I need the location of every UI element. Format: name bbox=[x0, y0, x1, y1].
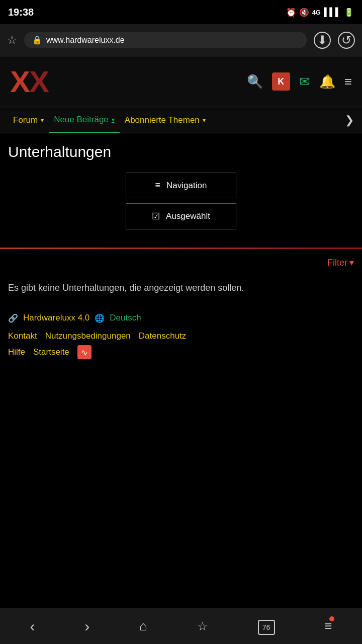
footer-link-datenschutz[interactable]: Datenschutz bbox=[139, 331, 187, 341]
mail-icon[interactable]: ✉ bbox=[299, 74, 310, 90]
footer-links-row2: Kontakt Nutzungsbedingungen Datenschutz bbox=[8, 331, 354, 341]
nav-chevron-icon[interactable]: ❯ bbox=[345, 114, 354, 127]
tab-abonnierte-label: Abonnierte Themen bbox=[125, 115, 200, 125]
site-logo[interactable]: X X bbox=[10, 64, 50, 99]
tab-forum[interactable]: Forum ▾ bbox=[8, 108, 49, 132]
download-icon[interactable]: ⬇ bbox=[314, 32, 331, 49]
notification-dot bbox=[329, 616, 334, 621]
footer-link-hilfe[interactable]: Hilfe bbox=[8, 347, 25, 357]
link-icon-1: 🔗 bbox=[8, 313, 18, 323]
header-icons: 🔍 K ✉ 🔔 ≡ bbox=[247, 72, 352, 91]
filter-button[interactable]: Filter ▾ bbox=[327, 257, 354, 268]
ausgewaehlt-label: Ausgewählt bbox=[166, 211, 210, 221]
footer-links-row1: 🔗 Hardwareluxx 4.0 🌐 Deutsch bbox=[8, 313, 354, 323]
lock-icon: 🔒 bbox=[32, 35, 42, 45]
tab-abonnierte-arrow: ▾ bbox=[203, 117, 206, 124]
footer-link-hardwareluxx[interactable]: Hardwareluxx 4.0 bbox=[23, 313, 89, 323]
page-title: Unterhaltungen bbox=[8, 143, 354, 160]
tab-neue-beitraege-arrow: ▾ bbox=[112, 116, 115, 123]
action-buttons: ≡ Navigation ☑ Ausgewählt bbox=[8, 173, 354, 229]
ausgewaehlt-button[interactable]: ☑ Ausgewählt bbox=[126, 203, 236, 229]
bottom-bar: ‹ › ⌂ ☆ 76 ≡ bbox=[0, 608, 362, 644]
status-icons: ⏰ 🔇 4G ▌▌▌ 🔋 bbox=[286, 8, 354, 17]
page-content: Unterhaltungen ≡ Navigation ☑ Ausgewählt bbox=[0, 133, 362, 245]
empty-message: Es gibt keine Unterhaltungen, die angeze… bbox=[0, 273, 362, 303]
footer-link-startseite[interactable]: Startseite bbox=[33, 347, 69, 357]
footer-link-kontakt[interactable]: Kontakt bbox=[8, 331, 37, 341]
mute-icon: 🔇 bbox=[299, 8, 309, 17]
tab-abonnierte[interactable]: Abonnierte Themen ▾ bbox=[120, 108, 211, 132]
red-divider bbox=[0, 248, 362, 249]
bookmark-bottom-button[interactable]: ☆ bbox=[197, 618, 208, 634]
4g-icon: 4G bbox=[312, 9, 321, 16]
svg-text:X: X bbox=[29, 65, 49, 95]
url-bar[interactable]: 🔒 www.hardwareluxx.de bbox=[24, 32, 307, 48]
tab-forum-arrow: ▾ bbox=[41, 117, 44, 124]
bell-icon[interactable]: 🔔 bbox=[319, 74, 335, 90]
navigation-label: Navigation bbox=[166, 181, 207, 191]
home-icon: ⌂ bbox=[139, 618, 147, 633]
forward-icon: › bbox=[84, 618, 89, 634]
nav-tabs: Forum ▾ Neue Beiträge ▾ Abonnierte Theme… bbox=[0, 107, 362, 133]
browser-nav-icons: ⬇ ↺ bbox=[314, 32, 355, 49]
status-time: 19:38 bbox=[8, 7, 34, 18]
footer-links-row3: Hilfe Startseite ∿ bbox=[8, 345, 354, 359]
bookmark-bottom-icon: ☆ bbox=[197, 619, 208, 633]
site-header: X X 🔍 K ✉ 🔔 ≡ bbox=[0, 56, 362, 107]
tab-neue-beitraege-label: Neue Beiträge bbox=[54, 115, 109, 125]
alarm-icon: ⏰ bbox=[286, 8, 296, 17]
bookmark-icon[interactable]: ☆ bbox=[7, 34, 17, 47]
footer-link-nutzungsbedingungen[interactable]: Nutzungsbedingungen bbox=[45, 331, 131, 341]
rss-icon[interactable]: ∿ bbox=[77, 345, 92, 359]
search-icon[interactable]: 🔍 bbox=[247, 74, 263, 90]
back-button[interactable]: ‹ bbox=[30, 618, 35, 635]
forward-button[interactable]: › bbox=[84, 618, 89, 635]
empty-message-text: Es gibt keine Unterhaltungen, die angeze… bbox=[8, 283, 244, 293]
back-icon: ‹ bbox=[30, 618, 35, 634]
svg-text:X: X bbox=[10, 65, 30, 95]
site-footer: 🔗 Hardwareluxx 4.0 🌐 Deutsch Kontakt Nut… bbox=[0, 303, 362, 369]
refresh-icon[interactable]: ↺ bbox=[338, 32, 355, 49]
checkbox-icon: ☑ bbox=[152, 211, 160, 222]
user-badge[interactable]: K bbox=[272, 72, 290, 91]
filter-chevron-icon: ▾ bbox=[349, 257, 354, 268]
filter-bar: Filter ▾ bbox=[0, 252, 362, 273]
url-text: www.hardwareluxx.de bbox=[46, 36, 125, 45]
tab-neue-beitraege[interactable]: Neue Beiträge ▾ bbox=[49, 108, 120, 133]
menu-bottom-button[interactable]: ≡ bbox=[324, 618, 332, 634]
filter-label: Filter bbox=[327, 258, 347, 268]
navigation-button[interactable]: ≡ Navigation bbox=[126, 173, 236, 198]
status-bar: 19:38 ⏰ 🔇 4G ▌▌▌ 🔋 bbox=[0, 0, 362, 24]
battery-icon: 🔋 bbox=[344, 8, 354, 17]
tab-forum-label: Forum bbox=[13, 115, 38, 125]
footer-link-deutsch[interactable]: Deutsch bbox=[110, 313, 141, 323]
home-button[interactable]: ⌂ bbox=[139, 618, 147, 634]
tabs-button[interactable]: 76 bbox=[258, 618, 275, 635]
browser-bar: ☆ 🔒 www.hardwareluxx.de ⬇ ↺ bbox=[0, 24, 362, 56]
signal-icon: ▌▌▌ bbox=[324, 8, 341, 17]
tab-count: 76 bbox=[258, 620, 275, 635]
menu-icon[interactable]: ≡ bbox=[344, 74, 352, 90]
navigation-icon: ≡ bbox=[155, 180, 161, 191]
globe-icon: 🌐 bbox=[95, 313, 105, 323]
